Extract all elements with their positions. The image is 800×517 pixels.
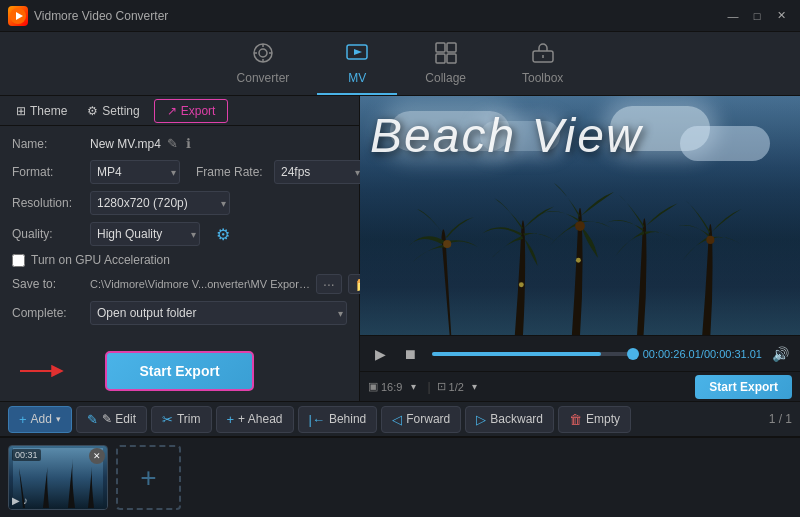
toolbox-label: Toolbox [522,71,563,85]
progress-fill [432,352,601,356]
play-button[interactable]: ▶ [368,342,392,366]
saveto-row: Save to: C:\Vidmore\Vidmore V...onverter… [12,274,347,294]
time-current: 00:00:26.01 [643,348,701,360]
backward-icon: ▷ [476,412,486,427]
ahead-label: + Ahead [238,412,282,426]
saveto-dots-button[interactable]: ··· [316,274,342,294]
behind-icon: |← [309,412,325,427]
collage-icon [434,41,458,68]
aspect-dropdown[interactable]: ▾ [405,379,421,395]
format-label: Format: [12,165,82,179]
empty-label: Empty [586,412,620,426]
film-add-button[interactable]: + [116,445,181,510]
film-close-1[interactable]: ✕ [89,448,105,464]
setting-button[interactable]: ⚙ Setting [77,100,149,122]
meta-sep-1: | [427,380,430,394]
complete-select[interactable]: Open output folder Do nothing [90,301,347,325]
maximize-button[interactable]: □ [746,5,768,27]
empty-icon: 🗑 [569,412,582,427]
trim-button[interactable]: ✂ Trim [151,406,212,433]
svg-rect-10 [436,43,445,52]
minimize-button[interactable]: — [722,5,744,27]
start-export-button[interactable]: Start Export [105,351,253,391]
player-meta: ▣ 16:9 ▾ | ⊡ 1/2 ▾ Start Export [360,371,800,401]
empty-button[interactable]: 🗑 Empty [558,406,631,433]
gpu-checkbox[interactable] [12,254,25,267]
window-controls: — □ ✕ [722,5,792,27]
pages-icon: ⊡ [437,380,446,393]
theme-button[interactable]: ⊞ Theme [6,100,77,122]
quality-select-wrap: High Quality Medium Quality Low Quality [90,222,200,246]
pages-dropdown[interactable]: ▾ [467,379,483,395]
titlebar-left: Vidmore Video Converter [8,6,168,26]
left-panel: ⊞ Theme ⚙ Setting ↗ Export Name: New MV.… [0,96,360,401]
name-row: Name: New MV.mp4 ✎ ℹ [12,134,347,153]
export-icon: ↗ [167,104,177,118]
svg-point-17 [443,240,451,248]
quality-settings-button[interactable]: ⚙ [214,223,232,246]
svg-rect-11 [447,43,456,52]
saveto-path: C:\Vidmore\Vidmore V...onverter\MV Expor… [90,278,310,290]
quality-select[interactable]: High Quality Medium Quality Low Quality [90,222,200,246]
framerate-select-wrap: 24fps 30fps 60fps [274,160,364,184]
framerate-label: Frame Rate: [196,165,266,179]
setting-label: Setting [102,104,139,118]
add-label: Add [31,412,52,426]
forward-button[interactable]: ◁ Forward [381,406,461,433]
aspect-ratio-item: ▣ 16:9 ▾ [368,379,421,395]
name-text: New MV.mp4 [90,137,161,151]
titlebar: Vidmore Video Converter — □ ✕ [0,0,800,32]
converter-icon [251,41,275,68]
player-start-export-button[interactable]: Start Export [695,375,792,399]
complete-label: Complete: [12,306,82,320]
left-toolbar: ⊞ Theme ⚙ Setting ↗ Export [0,96,359,126]
export-form: Name: New MV.mp4 ✎ ℹ Format: MP4 AVI MOV [0,126,359,333]
page-indicator: 1 / 1 [769,412,792,426]
progress-bar[interactable] [432,352,633,356]
add-dropdown-icon: ▾ [56,414,61,424]
tab-converter[interactable]: Converter [209,32,318,95]
toolbox-icon [531,41,555,68]
behind-button[interactable]: |← Behind [298,406,378,433]
aspect-ratio-icon: ▣ [368,380,378,393]
app-title: Vidmore Video Converter [34,9,168,23]
tab-collage[interactable]: Collage [397,32,494,95]
svg-point-21 [576,258,581,263]
close-button[interactable]: ✕ [770,5,792,27]
collage-label: Collage [425,71,466,85]
svg-rect-12 [436,54,445,63]
name-info-button[interactable]: ℹ [184,134,193,153]
theme-icon: ⊞ [16,104,26,118]
format-row: Format: MP4 AVI MOV Frame Rate: 24fps 30… [12,160,347,184]
svg-point-3 [259,49,267,57]
film-audio-icon: ♪ [23,495,28,506]
forward-label: Forward [406,412,450,426]
tab-toolbox[interactable]: Toolbox [494,32,591,95]
forward-icon: ◁ [392,412,402,427]
resolution-select[interactable]: 1280x720 (720p) 1920x1080 (1080p) 854x48… [90,191,230,215]
backward-button[interactable]: ▷ Backward [465,406,554,433]
saveto-label: Save to: [12,277,82,291]
add-button[interactable]: + Add ▾ [8,406,72,433]
name-edit-button[interactable]: ✎ [165,134,180,153]
complete-row: Complete: Open output folder Do nothing [12,301,347,325]
palm-trees [360,156,800,335]
format-select-wrap: MP4 AVI MOV [90,160,180,184]
path-row: C:\Vidmore\Vidmore V...onverter\MV Expor… [90,274,379,294]
setting-icon: ⚙ [87,104,98,118]
progress-thumb [627,348,639,360]
format-select[interactable]: MP4 AVI MOV [90,160,180,184]
edit-button[interactable]: ✎ ✎ Edit [76,406,147,433]
tab-mv[interactable]: MV [317,32,397,95]
export-button[interactable]: ↗ Export [154,99,229,123]
aspect-ratio-value: 16:9 [381,381,402,393]
backward-label: Backward [490,412,543,426]
volume-button[interactable]: 🔊 [768,342,792,366]
ahead-button[interactable]: + + Ahead [216,406,294,433]
start-export-area: Start Export [0,333,359,401]
time-total: 00:00:31.01 [704,348,762,360]
time-display: 00:00:26.01/00:00:31.01 [643,348,762,360]
framerate-select[interactable]: 24fps 30fps 60fps [274,160,364,184]
stop-button[interactable]: ⏹ [398,342,422,366]
svg-point-20 [519,282,524,287]
